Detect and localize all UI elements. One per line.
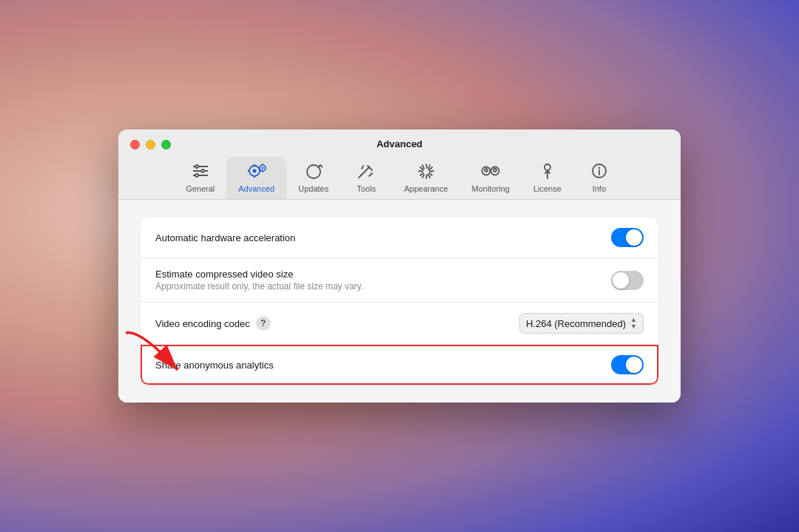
tab-advanced[interactable]: Advanced [226,157,286,199]
compressed-video-label: Estimate compressed video size [155,269,363,280]
tab-updates[interactable]: Updates [286,157,340,199]
window-title: Advanced [377,138,422,149]
content-area: Automatic hardware acceleration Estimate… [118,200,681,403]
tab-appearance[interactable]: Appearance [392,157,459,199]
close-button[interactable] [130,140,140,149]
svg-point-5 [195,174,198,177]
appearance-icon [417,163,435,182]
general-icon [192,163,209,182]
hardware-acceleration-toggle-knob [626,229,642,246]
video-codec-row: Video encoding codec ? H.264 (Recommende… [141,303,658,345]
compressed-video-row: Estimate compressed video size Approxima… [141,258,658,303]
anonymous-analytics-label: Share anonymous analytics [155,360,274,371]
tab-tools-label: Tools [357,184,376,193]
video-codec-help-button[interactable]: ? [256,316,271,331]
tools-icon [357,163,375,182]
tab-general-label: General [186,184,215,193]
svg-point-25 [545,164,550,170]
anonymous-analytics-row: Share anonymous analytics [141,345,658,385]
tab-tools[interactable]: Tools [340,157,392,199]
tab-updates-label: Updates [298,184,328,193]
license-icon [539,163,556,182]
video-codec-label: Video encoding codec [155,318,250,329]
tab-license[interactable]: License [522,157,573,199]
video-codec-dropdown-value: H.264 (Recommended) [526,318,626,329]
tab-info[interactable]: Info [573,157,625,199]
svg-point-4 [201,169,204,172]
anonymous-analytics-toggle[interactable] [611,355,644,374]
hardware-acceleration-label: Automatic hardware acceleration [155,232,295,243]
anonymous-analytics-toggle-knob [626,357,642,373]
svg-point-7 [252,169,256,173]
tab-appearance-label: Appearance [404,184,448,193]
tab-general[interactable]: General [174,157,226,199]
updates-icon [305,163,323,182]
compressed-video-sublabel: Approximate result only, the actual file… [155,281,363,292]
svg-point-22 [485,169,488,172]
svg-point-28 [599,168,599,169]
hardware-acceleration-row: Automatic hardware acceleration [141,218,658,258]
video-codec-dropdown[interactable]: H.264 (Recommended) ▲ ▼ [519,313,644,334]
monitoring-icon [480,163,501,182]
compressed-video-label-group: Estimate compressed video size Approxima… [155,269,363,292]
tab-advanced-label: Advanced [238,184,274,193]
main-window: Advanced General [118,129,681,403]
tab-monitoring[interactable]: Monitoring [460,157,522,199]
anonymous-analytics-label-group: Share anonymous analytics [155,360,274,371]
tab-monitoring-label: Monitoring [472,184,510,193]
svg-point-24 [493,169,496,172]
compressed-video-toggle-knob [613,272,629,289]
hardware-acceleration-label-group: Automatic hardware acceleration [155,232,295,243]
minimize-button[interactable] [146,140,155,149]
compressed-video-toggle[interactable] [611,271,644,290]
traffic-lights [130,140,171,149]
settings-panel: Automatic hardware acceleration Estimate… [141,218,658,385]
tab-license-label: License [533,184,562,193]
svg-line-19 [362,166,363,169]
tab-info-label: Info [593,184,606,193]
svg-point-3 [195,165,198,168]
hardware-acceleration-toggle[interactable] [611,228,644,247]
maximize-button[interactable] [161,140,171,149]
titlebar: Advanced General [118,129,681,200]
video-codec-label-group: Video encoding codec ? [155,316,271,331]
svg-line-20 [369,173,372,176]
svg-point-13 [261,167,263,169]
dropdown-arrows-icon: ▲ ▼ [630,317,637,330]
advanced-icon [247,163,266,182]
toolbar: General [168,157,631,199]
info-icon [591,163,607,182]
